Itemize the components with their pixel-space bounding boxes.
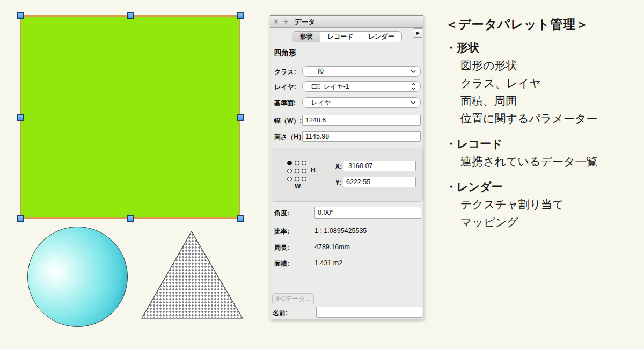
flyout-menu-button[interactable]: ▶ [414, 28, 422, 38]
y-label: Y: [335, 179, 341, 186]
note-line: クラス、レイヤ [445, 74, 641, 92]
note-title: ・形状 [445, 39, 641, 56]
anchor-radio-mid-center[interactable] [295, 169, 299, 173]
area-value: 1.431 m2 [314, 259, 342, 267]
selection-handle-mid-left[interactable] [17, 114, 24, 121]
perimeter-label: 周長: [274, 243, 289, 252]
note-line: 面積、周囲 [445, 92, 641, 110]
close-icon[interactable]: × [274, 17, 279, 26]
anchor-radio-top-right[interactable] [302, 161, 306, 165]
notes-heading: ＜データパレット管理＞ [445, 16, 641, 32]
chevron-down-icon [411, 101, 416, 104]
selection-handle-bottom-left[interactable] [17, 215, 24, 222]
height-input[interactable] [302, 131, 421, 142]
note-line: テクスチャ割り当て [445, 195, 641, 213]
note-line: 図形の形状 [445, 56, 641, 74]
area-label: 面積: [274, 259, 289, 268]
class-dropdown[interactable]: 一般 [302, 66, 421, 77]
x-label: X: [335, 163, 342, 170]
y-input[interactable] [343, 177, 416, 187]
angle-input[interactable] [314, 207, 421, 219]
anchor-radio-mid-left[interactable] [287, 169, 292, 173]
x-input[interactable] [343, 161, 416, 171]
anchor-point-grid [287, 159, 309, 183]
anchor-radio-bottom-center[interactable] [295, 177, 299, 181]
tab-render[interactable]: レンダー [361, 32, 401, 42]
data-palette: × + データ 形状 レコード レンダー ▶ 四角形 クラス: 一般 レイヤ: … [270, 15, 423, 319]
anchor-radio-top-center[interactable] [295, 161, 299, 165]
selected-rectangle-shape[interactable] [20, 15, 240, 219]
flyout-triangle-icon: ▶ [416, 31, 420, 35]
plane-value: レイヤ [311, 98, 411, 107]
layer-value: レイヤ-1 [324, 82, 411, 91]
divider [270, 288, 423, 288]
triangle-shape[interactable] [140, 230, 245, 320]
note-line: マッピング [445, 213, 641, 231]
selection-handle-bottom-center[interactable] [127, 215, 134, 222]
anchor-radio-bottom-right[interactable] [302, 177, 306, 181]
anchor-radio-mid-right[interactable] [302, 169, 306, 173]
class-label: クラス: [274, 68, 296, 77]
divider [270, 61, 423, 61]
selection-handle-mid-right[interactable] [237, 114, 244, 121]
palette-title: データ [294, 17, 316, 27]
axis-w-label: W [295, 183, 301, 190]
ifc-data-button[interactable]: IFCデータ... [272, 293, 314, 304]
stepper-up-down-icon [411, 83, 416, 90]
width-input[interactable] [302, 115, 421, 126]
name-label: 名前: [273, 309, 288, 318]
note-line: 位置に関するパラメーター [445, 110, 641, 127]
notes-section-render: ・レンダー テクスチャ割り当て マッピング [445, 178, 641, 231]
width-label: 幅（W）: [274, 117, 302, 126]
add-icon[interactable]: + [283, 17, 288, 26]
sphere-shape[interactable] [27, 227, 128, 327]
position-groupbox: H W X: Y: [272, 148, 423, 202]
selection-handle-top-right[interactable] [237, 12, 244, 19]
notes-section-shape: ・形状 図形の形状 クラス、レイヤ 面積、周囲 位置に関するパラメーター [445, 39, 641, 127]
anchor-radio-bottom-left[interactable] [287, 177, 292, 181]
ratio-value: 1 : 1.0895425535 [314, 227, 367, 235]
object-type-heading: 四角形 [274, 48, 296, 58]
axis-h-label: H [311, 166, 316, 174]
layer-label: レイヤ: [274, 83, 296, 92]
tab-shape[interactable]: 形状 [292, 32, 320, 42]
note-title: ・レコード [445, 135, 641, 152]
anchor-radio-top-left[interactable] [287, 161, 292, 165]
chevron-down-icon [411, 70, 416, 73]
name-input[interactable] [316, 307, 422, 318]
palette-titlebar: × + データ [270, 16, 423, 28]
note-title: ・レンダー [445, 178, 641, 195]
selection-handle-bottom-right[interactable] [237, 215, 244, 222]
class-value: 一般 [311, 67, 411, 76]
perimeter-value: 4789.16mm [314, 243, 350, 251]
selection-handle-top-center[interactable] [127, 12, 134, 19]
notes-section-record: ・レコード 連携されているデータ一覧 [445, 135, 641, 170]
layer-dropdown[interactable]: レイヤ-1 [302, 81, 421, 92]
palette-tab-bar: 形状 レコード レンダー [292, 31, 402, 42]
plane-label: 基準面: [274, 99, 296, 108]
layer-icon [311, 83, 320, 90]
annotation-notes: ＜データパレット管理＞ ・形状 図形の形状 クラス、レイヤ 面積、周囲 位置に関… [445, 16, 641, 238]
angle-label: 角度: [274, 209, 289, 218]
selection-handle-top-left[interactable] [17, 12, 24, 19]
ratio-label: 比率: [274, 227, 289, 236]
note-line: 連携されているデータ一覧 [445, 152, 641, 170]
plane-dropdown[interactable]: レイヤ [302, 97, 421, 108]
tab-record[interactable]: レコード [320, 32, 361, 42]
